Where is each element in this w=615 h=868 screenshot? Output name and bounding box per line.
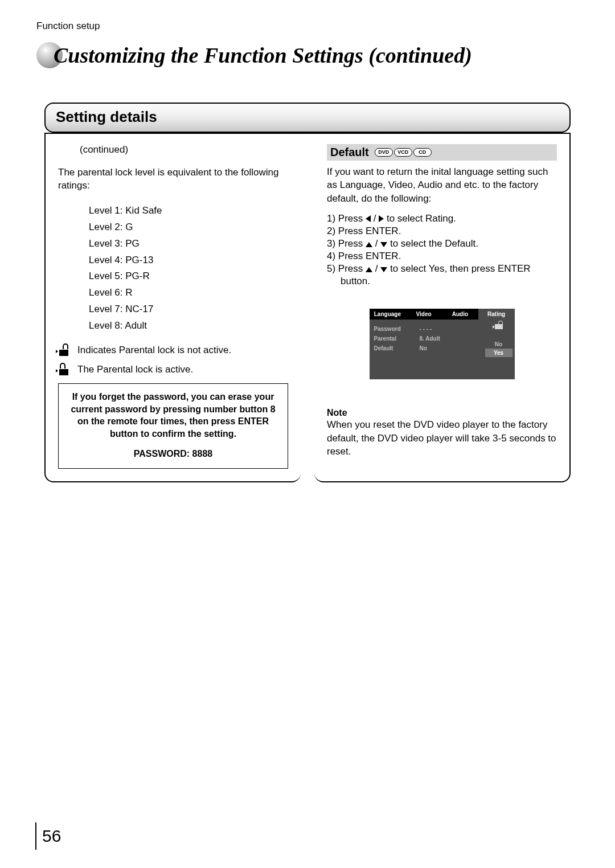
level-item: Level 3: PG [89,236,288,252]
default-heading: Default [330,146,369,159]
step-1: 1) Press / to select Rating. [327,213,557,224]
triangle-up-icon [366,267,372,272]
rating-levels: Level 1: Kid Safe Level 2: G Level 3: PG… [89,203,288,334]
lock-inactive-row: Indicates Parental lock is not active. [58,345,288,356]
level-item: Level 5: PG-R [89,268,288,285]
osd-password-value: - - - - [420,326,454,332]
continued-label: (continued) [80,144,288,155]
manual-page: Function setup Customizing the Function … [0,0,615,868]
triangle-left-icon [366,215,371,222]
step-5: 5) Press / to select Yes, then press ENT… [327,263,557,275]
right-column: Default DVD VCD CD If you want to return… [314,134,571,482]
triangle-down-icon [380,267,387,272]
step-2: 2) Press ENTER. [327,226,557,237]
level-item: Level 4: PG-13 [89,252,288,269]
password-reset-text: If you forget the password, you can eras… [67,391,280,440]
triangle-right-icon [379,215,384,222]
password-code: PASSWORD: 8888 [67,448,280,460]
lock-active-text: The Parental lock is active. [77,364,193,375]
lock-active-row: The Parental lock is active. [58,364,288,375]
osd-menu: Language Video Audio Rating Password - -… [370,309,515,379]
setting-details-bar: Setting details [44,103,571,133]
title-row: Customizing the Function Settings (conti… [36,42,579,68]
disc-badge-vcd: VCD [394,148,412,157]
left-column: (continued) The parental lock level is e… [44,134,301,482]
osd-body: Password - - - - Parental 8. Adult Defau… [370,320,515,358]
columns: (continued) The parental lock level is e… [44,133,571,482]
step-3: 3) Press / to select the Default. [327,238,557,249]
level-item: Level 6: R [89,285,288,301]
osd-default-label: Default [374,345,420,351]
setting-details-title: Setting details [56,108,559,126]
level-item: Level 1: Kid Safe [89,203,288,219]
note-block: Note When you reset the DVD video player… [327,408,557,458]
osd-parental-label: Parental [374,335,420,342]
level-item: Level 2: G [89,219,288,236]
password-reset-box: If you forget the password, you can eras… [58,383,288,469]
default-heading-bar: Default DVD VCD CD [327,144,557,161]
osd-option-yes: Yes [485,349,512,357]
osd-password-label: Password [374,326,420,332]
osd-tab-audio: Audio [442,309,478,320]
osd-parental-value: 8. Adult [420,335,454,342]
osd-tabs: Language Video Audio Rating [370,309,515,320]
osd-side: No Yes [487,324,510,357]
step-5-cont: button. [327,276,557,287]
level-item: Level 8: Adult [89,318,288,334]
osd-default-value: No [420,345,454,351]
page-number: 56 [35,822,61,850]
osd-tab-rating: Rating [478,309,515,320]
section-label: Function setup [36,21,579,32]
page-title: Customizing the Function Settings (conti… [54,43,472,68]
lock-open-icon [58,345,69,356]
disc-badge-dvd: DVD [375,148,393,157]
note-text: When you reset the DVD video player to t… [327,418,557,458]
note-heading: Note [327,408,557,418]
default-intro: If you want to return the inital languag… [327,165,557,205]
parental-intro: The parental lock level is equivalent to… [58,166,288,193]
triangle-up-icon [366,242,372,247]
level-item: Level 7: NC-17 [89,301,288,318]
osd-lock-open-icon [495,324,503,332]
step-4: 4) Press ENTER. [327,251,557,262]
osd-tab-video: Video [405,309,442,320]
lock-inactive-text: Indicates Parental lock is not active. [77,345,231,356]
default-steps: 1) Press / to select Rating. 2) Press EN… [327,213,557,287]
disc-badge-cd: CD [413,148,432,157]
osd-tab-language: Language [370,309,406,320]
osd-option-no: No [487,340,510,349]
lock-closed-icon [58,364,69,375]
triangle-down-icon [380,242,387,247]
